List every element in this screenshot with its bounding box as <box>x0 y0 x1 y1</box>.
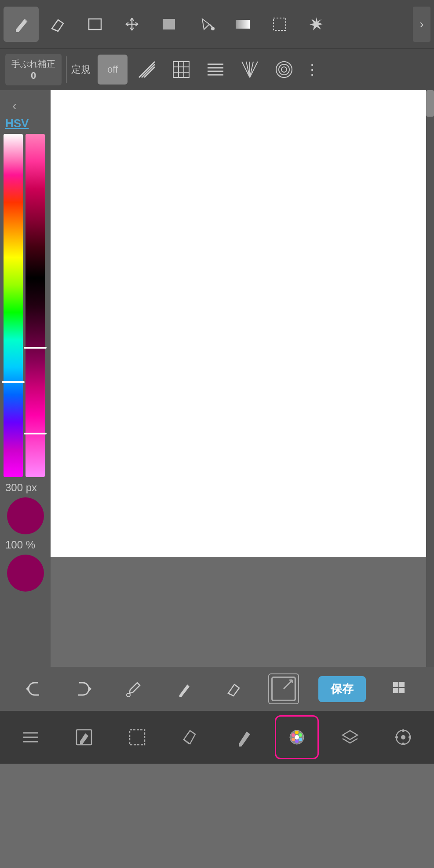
main-area: ‹ HSV 300 px 100 % <box>0 90 434 667</box>
canvas-gray <box>51 557 426 667</box>
svg-point-2 <box>211 27 215 30</box>
ruler-diagonal-btn[interactable] <box>132 55 162 85</box>
hsv-mode-label[interactable]: HSV <box>5 117 29 130</box>
undo-btn[interactable] <box>18 673 49 704</box>
color-sliders <box>4 134 47 477</box>
svg-point-40 <box>295 731 299 734</box>
selection-tool[interactable] <box>262 7 297 42</box>
bottom-action-bar: 保存 <box>0 667 434 711</box>
bottom-nav <box>0 711 434 764</box>
stabilizer-control[interactable]: 手ぶれ補正 0 <box>5 54 62 85</box>
value-indicator <box>24 347 47 349</box>
hue-indicator <box>2 381 25 383</box>
nav-erase-btn[interactable] <box>171 717 210 757</box>
nav-palette-btn[interactable] <box>277 717 317 757</box>
save-label: 保存 <box>331 682 354 695</box>
brush-size-label: 300 px <box>5 482 37 494</box>
svg-rect-30 <box>393 688 398 693</box>
svg-line-18 <box>246 62 250 77</box>
svg-rect-8 <box>173 62 189 77</box>
gradient-rect-tool[interactable] <box>225 7 260 42</box>
svg-point-42 <box>299 738 302 741</box>
svg-point-43 <box>295 739 299 743</box>
svg-point-48 <box>402 729 405 732</box>
opacity-color-swatch[interactable] <box>7 555 44 592</box>
nav-settings-btn[interactable] <box>383 717 423 757</box>
save-btn[interactable]: 保存 <box>318 676 366 702</box>
bucket-tool[interactable] <box>188 7 223 42</box>
svg-rect-28 <box>393 682 398 687</box>
svg-point-47 <box>401 735 405 739</box>
eraser-action-btn[interactable] <box>218 673 249 704</box>
svg-line-20 <box>250 62 253 77</box>
ruler-hlines-btn[interactable] <box>201 55 230 85</box>
ruler-label: 定規 <box>71 63 91 76</box>
nav-menu-btn[interactable] <box>11 717 51 757</box>
svg-point-25 <box>127 693 130 697</box>
eyedropper-action-btn[interactable] <box>118 673 149 704</box>
ruler-off-label: off <box>107 64 118 75</box>
svg-point-39 <box>292 733 295 737</box>
svg-rect-29 <box>399 682 405 687</box>
eraser-tool[interactable] <box>40 7 76 42</box>
svg-line-21 <box>250 62 258 77</box>
svg-line-37 <box>184 739 189 744</box>
transform-tool[interactable] <box>114 7 150 42</box>
svg-rect-3 <box>236 20 250 29</box>
color-panel: ‹ HSV 300 px 100 % <box>0 90 51 667</box>
grid-action-btn[interactable] <box>385 673 416 704</box>
toolbar-more-arrow[interactable]: › <box>413 7 430 42</box>
ruler-fan-btn[interactable] <box>235 55 265 85</box>
svg-point-23 <box>279 64 289 75</box>
svg-point-49 <box>402 743 405 745</box>
canvas-white[interactable] <box>51 90 426 557</box>
stabilizer-value: 0 <box>31 70 36 81</box>
fill-rect-tool[interactable] <box>151 7 186 42</box>
ruler-more-btn[interactable]: ⋮ <box>305 61 319 78</box>
svg-line-7 <box>144 67 155 77</box>
top-toolbar: › <box>0 0 434 48</box>
svg-point-22 <box>281 67 287 72</box>
svg-point-51 <box>408 736 411 739</box>
pen-action-btn[interactable] <box>168 673 199 704</box>
svg-rect-36 <box>130 730 145 745</box>
ruler-toolbar: 手ぶれ補正 0 定規 off <box>0 48 434 90</box>
svg-point-45 <box>295 735 299 739</box>
arrow-icon: › <box>419 17 423 31</box>
stabilizer-label: 手ぶれ補正 <box>11 58 55 70</box>
svg-line-26 <box>228 693 233 696</box>
nav-edit-btn[interactable] <box>64 717 104 757</box>
rectangle-tool[interactable] <box>77 7 113 42</box>
ruler-off-btn[interactable]: off <box>98 55 128 85</box>
nav-pen-btn[interactable] <box>224 717 263 757</box>
svg-point-50 <box>395 736 398 739</box>
toolbar-divider <box>66 56 67 83</box>
scrollbar-track <box>426 90 434 667</box>
export-btn[interactable] <box>268 673 299 704</box>
canvas-area[interactable] <box>51 90 434 667</box>
svg-line-17 <box>242 62 250 77</box>
ruler-circles-btn[interactable] <box>269 55 299 85</box>
back-icon: ‹ <box>12 98 17 113</box>
svg-rect-31 <box>399 688 405 693</box>
nav-layers-btn[interactable] <box>330 717 370 757</box>
current-color-swatch[interactable] <box>7 497 44 534</box>
magic-wand-tool[interactable] <box>299 7 334 42</box>
scrollbar-thumb[interactable] <box>426 90 434 117</box>
svg-rect-1 <box>163 19 175 29</box>
svg-point-44 <box>292 738 295 741</box>
nav-selection-btn[interactable] <box>117 717 157 757</box>
sat-indicator <box>24 433 47 434</box>
saturation-value-slider[interactable] <box>4 134 23 477</box>
svg-point-41 <box>299 733 302 737</box>
opacity-label: 100 % <box>5 539 35 551</box>
hue-slider[interactable] <box>26 134 45 477</box>
redo-btn[interactable] <box>68 673 99 704</box>
pencil-tool[interactable] <box>4 7 39 42</box>
back-arrow-btn[interactable]: ‹ <box>4 95 26 117</box>
ruler-grid-btn[interactable] <box>166 55 196 85</box>
svg-rect-0 <box>89 19 101 29</box>
svg-line-6 <box>142 64 155 77</box>
svg-rect-4 <box>274 18 286 30</box>
